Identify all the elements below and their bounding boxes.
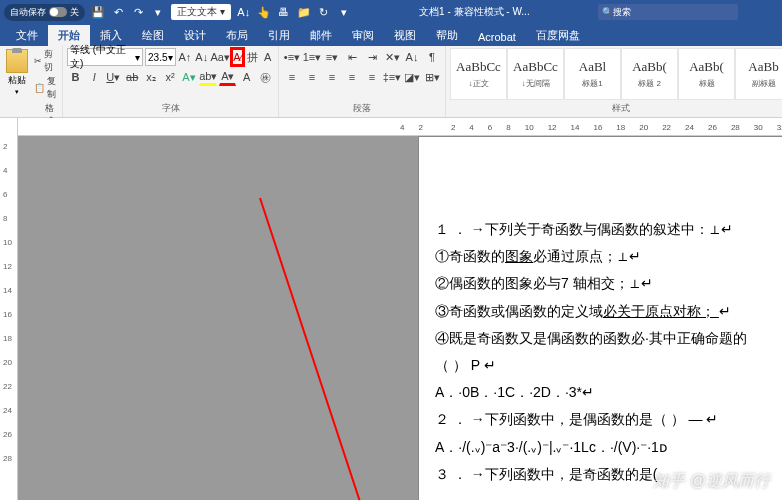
bullets-button[interactable]: •≡▾ (283, 48, 301, 66)
align-right-button[interactable]: ≡ (323, 68, 341, 86)
style-item[interactable]: AaBl标题1 (564, 48, 621, 100)
numbering-button[interactable]: 1≡▾ (303, 48, 321, 66)
paste-button[interactable]: 粘贴▾ (4, 48, 30, 97)
superscript-button[interactable]: x² (162, 68, 179, 86)
line-spacing-button[interactable]: ‡≡▾ (383, 68, 401, 86)
style-item[interactable]: AaBb副标题 (735, 48, 782, 100)
style-item[interactable]: AaBb(标题 2 (621, 48, 678, 100)
qat-overflow-icon[interactable]: ▾ (337, 5, 351, 19)
underline-button[interactable]: U▾ (105, 68, 122, 86)
shading-button[interactable]: ◪▾ (403, 68, 421, 86)
decrease-indent-button[interactable]: ⇤ (343, 48, 361, 66)
doc-line[interactable]: A．·0B．·1C．·2D．·3*↵ (435, 380, 782, 405)
style-item[interactable]: AaBbCc↓无间隔 (507, 48, 564, 100)
font-color-button[interactable]: A▾ (219, 68, 236, 86)
justify-button[interactable]: ≡ (343, 68, 361, 86)
tab-视图[interactable]: 视图 (384, 25, 426, 46)
align-left-button[interactable]: ≡ (283, 68, 301, 86)
enclose-char-button[interactable]: ㊑ (257, 68, 274, 86)
text-effects-button[interactable]: A▾ (180, 68, 197, 86)
doc-line[interactable]: A．·/(.ᵥ)⁻a⁻3·/(.ᵥ)⁻|.ᵥ⁻·1Lc．·/(V)·⁻·1ᴅ (435, 435, 782, 460)
font-size-select[interactable]: 23.5▾ (145, 48, 175, 66)
align-center-button[interactable]: ≡ (303, 68, 321, 86)
tab-布局[interactable]: 布局 (216, 25, 258, 46)
tab-引用[interactable]: 引用 (258, 25, 300, 46)
touch-icon[interactable]: 👆 (257, 5, 271, 19)
doc-line[interactable]: １ ． →下列关于奇函数与偶函数的叙述中：⊥↵ (435, 217, 782, 242)
qat-more-icon[interactable]: ▾ (151, 5, 165, 19)
multilevel-button[interactable]: ≡▾ (323, 48, 341, 66)
folder-icon[interactable]: 📁 (297, 5, 311, 19)
char-shading-button[interactable]: A (238, 68, 255, 86)
tab-Acrobat[interactable]: Acrobat (468, 28, 526, 46)
document-area[interactable]: １ ． →下列关于奇函数与偶函数的叙述中：⊥↵①奇函数的图象必通过原点；⊥↵②偶… (18, 136, 782, 500)
save-icon[interactable]: 💾 (91, 5, 105, 19)
document-title: 文档1 - 兼容性模式 - W... (351, 5, 598, 19)
distribute-button[interactable]: ≡ (363, 68, 381, 86)
phonetic-guide-button[interactable]: 拼 (246, 48, 259, 66)
subscript-button[interactable]: x₂ (143, 68, 160, 86)
redo-icon[interactable]: ↷ (131, 5, 145, 19)
style-item[interactable]: AaBb(标题 (678, 48, 735, 100)
doc-line[interactable]: ２ ． →下列函数中，是偶函数的是（ ） — ↵ (435, 407, 782, 432)
italic-button[interactable]: I (86, 68, 103, 86)
tab-文件[interactable]: 文件 (6, 25, 48, 46)
shrink-font-button[interactable]: A↓ (194, 48, 209, 66)
font-name-select[interactable]: 等线 (中文正文)▾ (67, 48, 143, 66)
highlight-button[interactable]: ab▾ (199, 68, 217, 86)
tab-审阅[interactable]: 审阅 (342, 25, 384, 46)
clear-formatting-button[interactable]: A⁄ (231, 48, 244, 66)
tab-绘图[interactable]: 绘图 (132, 25, 174, 46)
doc-line[interactable]: ④既是奇函数又是偶函数的函数必·其中正确命题的 (435, 326, 782, 351)
sort-button[interactable]: A↓ (403, 48, 421, 66)
print-icon[interactable]: 🖶 (277, 5, 291, 19)
increase-indent-button[interactable]: ⇥ (363, 48, 381, 66)
autosave-toggle[interactable]: 自动保存 关 (4, 4, 85, 21)
doc-line[interactable]: ③奇函数或偶函数的定义域必关于原点对称； ↵ (435, 299, 782, 324)
cut-button[interactable]: ✂剪切 (32, 48, 58, 74)
tab-帮助[interactable]: 帮助 (426, 25, 468, 46)
tab-设计[interactable]: 设计 (174, 25, 216, 46)
doctype-selector[interactable]: 正文文本 ▾ (171, 4, 231, 20)
scissors-icon: ✂ (34, 56, 42, 66)
styles-gallery[interactable]: AaBbCc↓正文AaBbCc↓无间隔AaBl标题1AaBb(标题 2AaBb(… (450, 48, 782, 102)
watermark: 知乎 @逆风而行 (653, 471, 770, 492)
change-case-button[interactable]: Aa▾ (211, 48, 229, 66)
borders-button[interactable]: ⊞▾ (423, 68, 441, 86)
doc-line[interactable]: （ ） P ↵ (435, 353, 782, 378)
tab-邮件[interactable]: 邮件 (300, 25, 342, 46)
tab-百度网盘[interactable]: 百度网盘 (526, 25, 590, 46)
show-marks-button[interactable]: ¶ (423, 48, 441, 66)
asian-layout-button[interactable]: ✕▾ (383, 48, 401, 66)
bold-button[interactable]: B (67, 68, 84, 86)
accessibility-icon[interactable]: A↓ (237, 5, 251, 19)
search-input[interactable]: 🔍 搜索 (598, 4, 738, 20)
ruler-vertical[interactable]: 246810121416182022242628 (0, 118, 18, 500)
strike-button[interactable]: ab (124, 68, 141, 86)
doc-line[interactable]: ②偶函数的图象必与7 轴相交；⊥↵ (435, 271, 782, 296)
refresh-icon[interactable]: ↻ (317, 5, 331, 19)
doc-line[interactable]: ①奇函数的图象必通过原点；⊥↵ (435, 244, 782, 269)
paste-icon (6, 49, 28, 73)
grow-font-button[interactable]: A↑ (178, 48, 193, 66)
style-item[interactable]: AaBbCc↓正文 (450, 48, 507, 100)
char-border-button[interactable]: A (261, 48, 274, 66)
ruler-horizontal[interactable]: 4224681012141618202224262830323436384042… (0, 118, 782, 136)
copy-icon: 📋 (34, 83, 45, 93)
copy-button[interactable]: 📋复制 (32, 75, 58, 101)
page[interactable]: １ ． →下列关于奇函数与偶函数的叙述中：⊥↵①奇函数的图象必通过原点；⊥↵②偶… (418, 136, 782, 500)
undo-icon[interactable]: ↶ (111, 5, 125, 19)
